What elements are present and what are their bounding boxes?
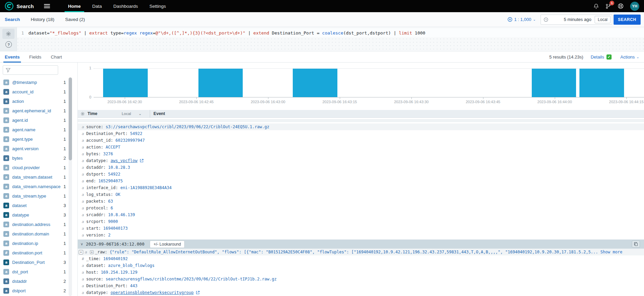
copy-event-icon[interactable] — [632, 241, 640, 248]
field-value[interactable]: 10.8.46.139 — [108, 212, 135, 217]
nav-item[interactable]: Dashboards — [108, 0, 144, 12]
field-list-item[interactable]: a agent.version 1 — [0, 144, 77, 153]
results-tab[interactable]: Chart — [51, 51, 62, 63]
event-field-row[interactable]: a bytes: 3276 — [78, 151, 644, 157]
event-field-row[interactable]: a source: searchazurensgflows/criblcontm… — [78, 276, 644, 282]
field-value[interactable]: 54922 — [108, 172, 120, 177]
field-list-item[interactable]: a agent.type 1 — [0, 134, 77, 144]
field-list-item[interactable]: a dstport 2 — [0, 286, 77, 295]
event-field-row[interactable]: a host: 169.254.129.129 — [78, 269, 644, 276]
field-list-item[interactable]: a destination.domain 1 — [0, 229, 77, 238]
event-field-row[interactable]: a datatype: aws_vpcflow — [78, 157, 644, 164]
nav-item[interactable]: Home — [62, 0, 87, 12]
field-list-item[interactable]: a data_stream.namespace 1 — [0, 182, 77, 191]
field-value[interactable]: operationsblobnetworksecuritygroup — [111, 290, 194, 295]
search-tab[interactable]: Saved (2) — [65, 17, 85, 22]
event-field-row[interactable]: a srcport: 9000 — [78, 218, 644, 225]
sidebar-scrollbar-thumb[interactable] — [69, 77, 72, 160]
nav-item[interactable]: Data — [87, 0, 108, 12]
field-list-item[interactable]: a cloud.provider 1 — [0, 163, 77, 172]
search-button[interactable]: SEARCH — [614, 15, 641, 25]
show-more-link[interactable]: Show more — [600, 250, 622, 254]
collapse-chevron-icon[interactable]: ∨ — [80, 242, 83, 246]
search-tab[interactable]: History (18) — [31, 17, 54, 22]
field-value[interactable]: OK — [115, 192, 120, 197]
histogram-bar[interactable] — [198, 69, 243, 97]
event-field-row[interactable]: a dstaddr: 10.8.28.3 — [78, 164, 644, 171]
field-value[interactable]: 1694040192 — [103, 256, 127, 261]
histogram-bar[interactable] — [532, 69, 576, 97]
event-field-row[interactable]: a log_status: OK — [78, 191, 644, 198]
field-list-item[interactable]: a agent.id 1 — [0, 115, 77, 125]
event-field-row[interactable]: a packets: 63 — [78, 198, 644, 205]
field-value[interactable]: 2 — [108, 233, 111, 237]
expand-event-icon[interactable]: + — [79, 250, 83, 254]
field-list-item[interactable]: a agent.ephemeral_id 1 — [0, 106, 77, 115]
field-value[interactable]: s3://searchawsvpcflows/cribl/2023/09/06/… — [106, 124, 269, 129]
brand[interactable]: Search — [5, 2, 34, 10]
details-checkbox[interactable]: ✓ — [606, 54, 612, 60]
field-value[interactable]: 1694040173 — [103, 226, 127, 231]
timezone-column-dropdown[interactable]: Local ⌄ — [122, 111, 142, 116]
event-field-row[interactable]: # _time: 1694040192 — [78, 255, 644, 262]
field-list-item[interactable]: a action 1 — [0, 96, 77, 106]
field-value[interactable]: 1652904075 — [98, 179, 123, 183]
histogram-bar[interactable] — [293, 69, 337, 97]
event-field-row[interactable]: a start: 1694040173 — [78, 225, 644, 232]
field-list-item[interactable]: a account_id 1 — [0, 87, 77, 96]
sampling-dropdown[interactable]: 1 : 1,000 ⌄ — [507, 17, 536, 22]
field-list-item[interactable]: # destination.port 1 — [0, 248, 77, 257]
event-field-row[interactable]: a version: 2 — [78, 232, 644, 238]
field-list-item[interactable]: a data_stream.dataset 1 — [0, 172, 77, 182]
field-list-item[interactable]: a data_stream.type 1 — [0, 191, 77, 201]
editor-settings-gear-icon[interactable] — [2, 29, 15, 39]
field-value[interactable]: 169.254.129.129 — [101, 270, 137, 275]
details-toggle[interactable]: Details ✓ — [591, 54, 612, 60]
query-line[interactable]: 1 dataset="*_flowlogs" | extract type=re… — [17, 28, 644, 37]
event-field-row[interactable]: a dataset: azure_blob_flowlogs — [78, 262, 644, 269]
external-link-icon[interactable] — [196, 291, 200, 295]
field-list-item[interactable]: a bytes 2 — [0, 153, 77, 163]
field-list-item[interactable]: a dst_port 1 — [0, 267, 77, 276]
hamburger-menu-icon[interactable] — [44, 3, 50, 9]
sidebar-scrollbar[interactable] — [69, 77, 72, 296]
help-lifebuoy-icon[interactable] — [618, 3, 624, 9]
field-list-item[interactable]: a destination.address 1 — [0, 220, 77, 229]
search-tab[interactable]: Search — [5, 17, 20, 22]
field-value[interactable]: 10.8.28.3 — [108, 165, 130, 170]
query-editor[interactable]: ? 1 dataset="*_flowlogs" | extract type=… — [0, 27, 644, 51]
field-value[interactable]: aws_vpcflow — [111, 158, 137, 163]
field-list-item[interactable]: a @timestamp 1 — [0, 77, 77, 87]
notifications-bell-icon[interactable] — [593, 3, 599, 9]
field-value[interactable]: ACCEPT — [106, 145, 120, 150]
editor-help-icon[interactable]: ? — [5, 41, 12, 48]
event-field-row[interactable]: a datatype: operationsblobnetworksecurit… — [78, 289, 644, 296]
event-field-row[interactable]: a account_id: 602320997947 — [78, 137, 644, 144]
external-link-icon[interactable] — [140, 159, 144, 163]
event-field-row[interactable]: a interface_id: eni-1A1988928E34B4A34 — [78, 184, 644, 191]
field-list-item[interactable]: a dataset 3 — [0, 201, 77, 210]
timezone-button[interactable]: Local — [595, 16, 611, 23]
event-field-row[interactable]: a source: s3://searchawsvpcflows/cribl/2… — [78, 123, 644, 130]
field-value[interactable]: 54922 — [130, 131, 142, 136]
event-field-row[interactable]: a srcaddr: 10.8.46.139 — [78, 211, 644, 218]
event-field-row[interactable]: a Destination_Port: 443 — [78, 282, 644, 289]
histogram-bar[interactable] — [579, 69, 624, 97]
results-tab[interactable]: Fields — [29, 51, 41, 63]
field-list-item[interactable]: a destination.ip 1 — [0, 238, 77, 248]
jobs-branch-icon[interactable]: 1 — [605, 3, 611, 9]
actions-dropdown[interactable]: Actions ⌄ — [620, 54, 639, 60]
field-list-item[interactable]: a Destination_Port 3 — [0, 257, 77, 267]
events-settings-gear-icon[interactable] — [80, 112, 85, 116]
field-value[interactable]: 3276 — [103, 152, 113, 156]
field-value[interactable]: 6 — [111, 206, 113, 210]
field-value[interactable]: 63 — [108, 199, 113, 204]
event-field-row[interactable]: a Destination_Port: 54922 — [78, 130, 644, 137]
field-value[interactable]: azure_blob_flowlogs — [108, 263, 154, 268]
nav-item[interactable]: Settings — [144, 0, 172, 12]
field-value[interactable]: eni-1A1988928E34B4A34 — [120, 185, 172, 190]
event-field-row[interactable]: a end: 1652904075 — [78, 178, 644, 184]
event-field-row[interactable]: a action: ACCEPT — [78, 144, 644, 151]
user-avatar[interactable]: YH — [630, 2, 639, 11]
lookaround-button[interactable]: +/- Lookaround — [150, 241, 185, 248]
